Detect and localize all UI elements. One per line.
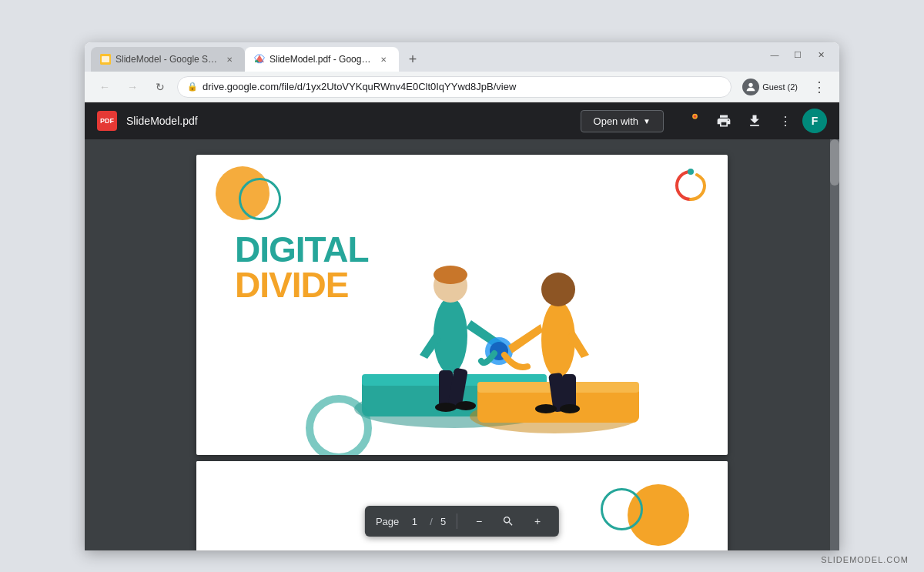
slides-favicon xyxy=(100,54,111,65)
drive-tab-close[interactable]: ✕ xyxy=(377,53,390,65)
watermark: SLIDEMODEL.COM xyxy=(821,555,909,564)
svg-point-5 xyxy=(694,115,696,118)
pdf-content-area: DIGITAL DIVIDE xyxy=(85,139,839,550)
app-bar-actions: ⋮ F xyxy=(679,107,827,135)
total-pages: 5 xyxy=(440,516,446,527)
user-avatar[interactable]: F xyxy=(802,109,827,133)
svg-rect-1 xyxy=(102,56,109,62)
svg-point-13 xyxy=(434,297,467,374)
open-with-button[interactable]: Open with ▼ xyxy=(581,110,664,132)
maximize-button[interactable]: ☐ xyxy=(787,45,808,64)
slides-tab-title: SlideModel - Google Slides xyxy=(116,54,219,65)
zoom-out-button[interactable]: − xyxy=(468,510,490,532)
svg-point-3 xyxy=(748,82,752,86)
page-label: Page xyxy=(376,516,399,527)
slides-tab[interactable]: SlideModel - Google Slides ✕ xyxy=(91,47,245,72)
window-controls: — ☐ ✕ xyxy=(764,45,832,64)
divider xyxy=(457,513,457,529)
lock-icon: 🔒 xyxy=(187,82,198,92)
slides-tab-close[interactable]: ✕ xyxy=(223,53,236,65)
minimize-button[interactable]: — xyxy=(764,45,785,64)
svg-point-26 xyxy=(535,404,557,413)
print-button[interactable] xyxy=(710,107,738,135)
page2-teal-outline xyxy=(601,488,643,530)
pdf-pages: DIGITAL DIVIDE xyxy=(85,139,839,550)
open-with-label: Open with xyxy=(594,115,639,127)
profile-area[interactable]: Guest (2) xyxy=(738,77,802,97)
star-hint-icon[interactable] xyxy=(679,107,707,135)
page-separator: / xyxy=(430,516,433,527)
profile-icon xyxy=(742,79,759,95)
drive-tab-title: SlideModel.pdf - Google Drive xyxy=(270,54,373,65)
scrollbar-track[interactable] xyxy=(830,139,839,550)
svg-point-15 xyxy=(434,266,467,284)
zoom-in-button[interactable]: + xyxy=(527,510,548,532)
page-controls: Page / 5 − + xyxy=(365,506,559,537)
drive-tab[interactable]: SlideModel.pdf - Google Drive ✕ xyxy=(245,47,399,72)
file-name-label: SlideModel.pdf xyxy=(126,115,198,127)
svg-point-27 xyxy=(560,404,580,413)
url-bar[interactable]: 🔒 drive.google.com/file/d/1yx2UtoVYKquRW… xyxy=(177,76,732,98)
svg-point-23 xyxy=(541,273,575,306)
browser-window: SlideModel - Google Slides ✕ SlideModel.… xyxy=(85,42,839,550)
refresh-button[interactable]: ↻ xyxy=(149,76,171,98)
scrollbar-thumb[interactable] xyxy=(830,139,839,186)
open-with-chevron-icon: ▼ xyxy=(643,117,651,125)
url-text: drive.google.com/file/d/1yx2UtoVYKquRWnv… xyxy=(203,81,721,92)
tab-bar: SlideModel - Google Slides ✕ SlideModel.… xyxy=(85,42,839,72)
close-window-button[interactable]: ✕ xyxy=(810,45,832,64)
drive-favicon xyxy=(254,54,265,65)
page1-content: DIGITAL DIVIDE xyxy=(196,155,728,455)
browser-menu-button[interactable]: ⋮ xyxy=(808,76,830,98)
new-tab-button[interactable]: + xyxy=(402,49,424,70)
download-button[interactable] xyxy=(741,107,768,135)
pdf-page-1: DIGITAL DIVIDE xyxy=(196,155,728,455)
svg-point-19 xyxy=(456,401,476,410)
back-button[interactable]: ← xyxy=(94,76,116,98)
profile-label: Guest (2) xyxy=(762,82,798,92)
illustration-svg xyxy=(196,155,728,455)
app-bar: PDF SlideModel.pdf Open with ▼ xyxy=(85,102,839,139)
svg-point-28 xyxy=(310,399,368,455)
forward-button[interactable]: → xyxy=(122,76,143,98)
pdf-file-icon: PDF xyxy=(97,111,117,131)
zoom-icon-button[interactable] xyxy=(497,510,519,532)
address-bar: ← → ↻ 🔒 drive.google.com/file/d/1yx2UtoV… xyxy=(85,72,839,102)
page-input[interactable] xyxy=(407,516,422,527)
svg-point-18 xyxy=(435,403,457,412)
more-options-button[interactable]: ⋮ xyxy=(772,107,799,135)
